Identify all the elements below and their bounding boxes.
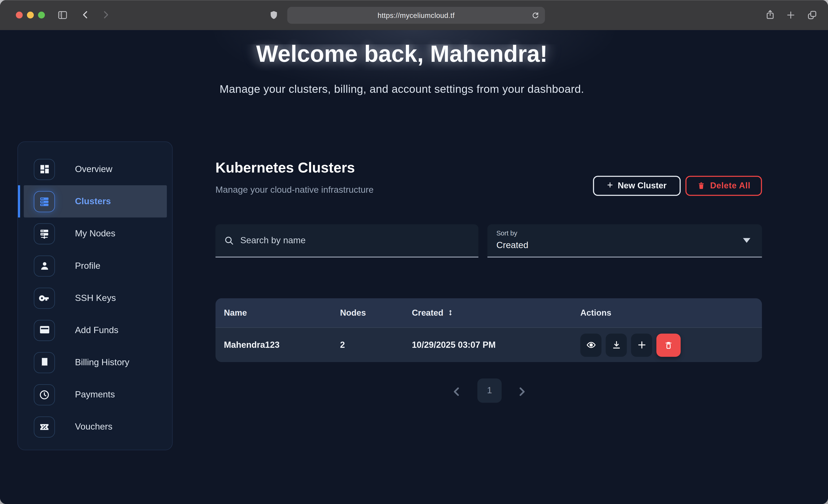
cluster-name: Mahendra123	[224, 340, 340, 350]
browser-window: https://myceliumcloud.tf	[0, 0, 828, 504]
view-cluster-button[interactable]	[580, 333, 602, 356]
sidebar-item-label: Profile	[75, 260, 100, 271]
sidebar-toggle-icon[interactable]	[57, 9, 68, 20]
column-header-name: Name	[224, 308, 340, 318]
reload-icon[interactable]	[531, 11, 540, 22]
sidebar-item-vouchers[interactable]: Vouchers	[24, 411, 167, 443]
clock-icon	[34, 384, 55, 405]
new-tab-icon[interactable]	[786, 10, 796, 20]
page-number-button[interactable]: 1	[477, 379, 502, 403]
forward-button[interactable]	[100, 9, 111, 20]
url-text: https://myceliumcloud.tf	[378, 11, 455, 19]
sidebar-item-label: My Nodes	[75, 228, 115, 239]
privacy-shield-icon[interactable]	[269, 9, 279, 20]
chevron-right-icon	[515, 385, 528, 398]
next-page-button[interactable]	[515, 385, 528, 398]
table-header-row: Name Nodes Created Actions	[215, 298, 762, 327]
sidebar-item-payments[interactable]: Payments	[24, 379, 167, 411]
download-icon	[611, 340, 621, 350]
page-subtitle: Manage your clusters, billing, and accou…	[0, 83, 804, 95]
node-network-icon	[34, 223, 55, 244]
zoom-window-button[interactable]	[38, 12, 45, 18]
chevron-left-icon	[450, 385, 463, 398]
receipt-icon	[34, 352, 55, 373]
browser-toolbar: https://myceliumcloud.tf	[0, 0, 828, 30]
search-icon	[224, 236, 234, 246]
page-title: Welcome back, Mahendra!	[0, 44, 804, 67]
sidebar-item-clusters[interactable]: Clusters	[24, 185, 167, 217]
clusters-table: Name Nodes Created Actions Mahendra123 2	[215, 298, 762, 362]
sidebar-item-label: Overview	[75, 164, 112, 174]
back-button[interactable]	[80, 9, 91, 20]
dashboard-icon	[34, 159, 55, 180]
previous-page-button[interactable]	[450, 385, 463, 398]
sort-label: Sort by	[496, 230, 762, 237]
delete-cluster-button[interactable]	[656, 333, 681, 356]
row-actions	[580, 333, 762, 356]
tab-overview-icon[interactable]	[806, 9, 818, 20]
trash-icon	[664, 340, 673, 350]
close-window-button[interactable]	[16, 12, 23, 18]
sidebar-item-label: Vouchers	[75, 422, 112, 432]
sort-updown-icon	[447, 309, 454, 317]
table-row: Mahendra123 2 10/29/2025 03:07 PM	[215, 327, 762, 362]
share-icon[interactable]	[764, 9, 776, 21]
eye-icon	[586, 340, 596, 350]
sidebar-item-label: Billing History	[75, 357, 129, 368]
hero: Welcome back, Mahendra!	[0, 44, 804, 71]
sidebar-item-overview[interactable]: Overview	[24, 153, 167, 185]
sidebar-item-add-funds[interactable]: Add Funds	[24, 314, 167, 346]
trash-icon	[697, 181, 705, 190]
new-cluster-button[interactable]: + New Cluster	[593, 176, 680, 196]
sidebar-item-my-nodes[interactable]: My Nodes	[24, 217, 167, 250]
column-header-created[interactable]: Created	[412, 308, 580, 318]
sidebar-item-profile[interactable]: Profile	[24, 250, 167, 282]
delete-all-button[interactable]: Delete All	[686, 176, 762, 196]
chevron-down-icon	[743, 238, 750, 243]
sidebar-item-label: SSH Keys	[75, 293, 116, 303]
add-node-button[interactable]	[631, 333, 652, 356]
server-stack-icon	[34, 191, 55, 212]
sidebar-item-label: Payments	[75, 389, 115, 400]
column-header-actions: Actions	[580, 308, 762, 318]
download-kubeconfig-button[interactable]	[606, 333, 627, 356]
sidebar-item-ssh-keys[interactable]: SSH Keys	[24, 282, 167, 314]
credit-card-icon	[34, 320, 55, 341]
plus-icon: +	[607, 179, 613, 191]
address-bar[interactable]: https://myceliumcloud.tf	[287, 7, 545, 24]
key-icon	[34, 287, 55, 308]
search-field[interactable]	[215, 224, 479, 258]
sidebar-item-label: Add Funds	[75, 325, 118, 335]
search-input[interactable]	[240, 235, 462, 246]
column-header-nodes: Nodes	[340, 308, 412, 318]
cluster-nodes: 2	[340, 340, 412, 350]
minimize-window-button[interactable]	[27, 12, 34, 18]
sidebar-item-label: Clusters	[75, 196, 111, 207]
ticket-percent-icon	[34, 416, 55, 437]
sidebar-nav: Overview Clusters	[17, 141, 173, 450]
sort-dropdown[interactable]: Sort by Created	[487, 224, 762, 258]
page-content: Welcome back, Mahendra! Welcome back, Ma…	[0, 30, 828, 504]
person-icon	[34, 255, 55, 276]
section-title: Kubernetes Clusters	[215, 160, 355, 176]
sort-value: Created	[496, 240, 762, 251]
plus-icon	[636, 340, 647, 350]
sidebar-item-billing-history[interactable]: Billing History	[24, 346, 167, 378]
section-subtitle: Manage your cloud-native infrastructure	[215, 185, 374, 195]
window-controls	[16, 12, 45, 18]
cluster-created: 10/29/2025 03:07 PM	[412, 340, 580, 350]
